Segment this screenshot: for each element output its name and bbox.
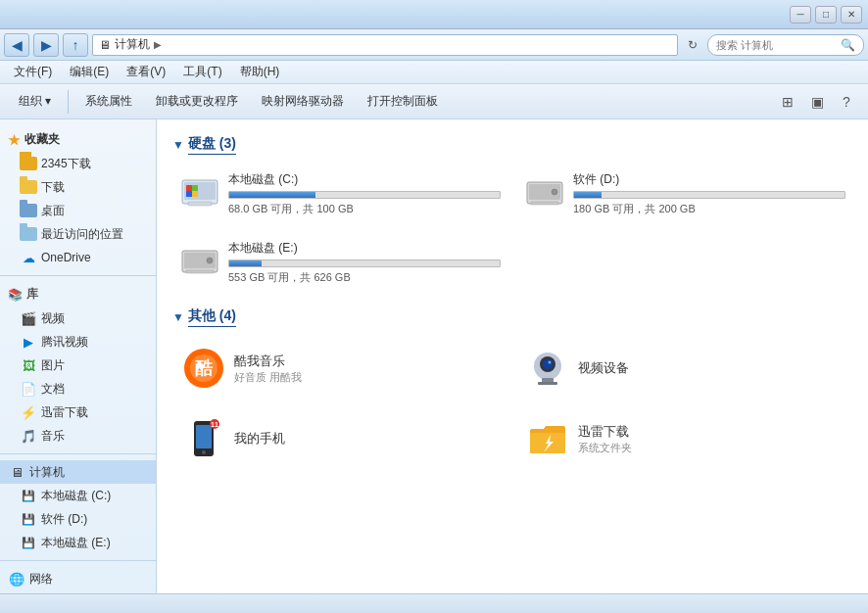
sidebar-item-e-label: 本地磁盘 (E:) xyxy=(41,535,111,551)
drive-d-item[interactable]: 软件 (D:) 180 GB 可用，共 200 GB xyxy=(517,165,852,223)
drive-e-stats: 553 GB 可用，共 626 GB xyxy=(228,270,501,285)
picture-icon: 🖼 xyxy=(20,356,37,374)
statusbar xyxy=(0,593,868,613)
svg-rect-3 xyxy=(192,185,198,191)
sidebar-item-c-drive[interactable]: 💾 本地磁盘 (C:) xyxy=(0,484,156,507)
breadcrumb-computer: 🖥 xyxy=(99,38,111,52)
sidebar-item-d-label: 软件 (D:) xyxy=(41,511,87,528)
address-field[interactable]: 🖥 计算机 ▶ xyxy=(92,34,678,56)
close-button[interactable]: ✕ xyxy=(841,6,862,24)
svg-rect-23 xyxy=(538,382,557,385)
sidebar-item-onedrive[interactable]: ☁ OneDrive xyxy=(0,246,156,269)
sidebar-item-music[interactable]: 🎵 音乐 xyxy=(0,424,156,448)
libraries-section: 📚 库 🎬 视频 ▶ 腾讯视频 🖼 图片 📄 文档 ⚡ 迅雷下载 xyxy=(0,282,156,448)
libraries-header[interactable]: 📚 库 xyxy=(0,282,156,306)
drive-c-stats: 68.0 GB 可用，共 100 GB xyxy=(228,202,501,216)
sidebar-item-pictures[interactable]: 🖼 图片 xyxy=(0,354,156,377)
thunder-item[interactable]: 迅雷下载 系统文件夹 xyxy=(516,407,852,470)
drive-c-icon-large xyxy=(179,171,220,212)
up-button[interactable]: ↑ xyxy=(63,33,88,57)
hard-disks-arrow[interactable]: ▼ xyxy=(172,138,184,152)
sidebar-item-2345download[interactable]: 2345下载 xyxy=(0,152,156,175)
favorites-header[interactable]: ★ 收藏夹 xyxy=(0,127,156,152)
organize-button[interactable]: 组织 ▾ xyxy=(8,88,62,115)
sidebar-item-d-drive[interactable]: 💾 软件 (D:) xyxy=(0,507,156,531)
addressbar: ◀ ▶ ↑ 🖥 计算机 ▶ ↻ 🔍 xyxy=(0,29,868,61)
menu-file[interactable]: 文件(F) xyxy=(6,62,60,82)
menu-edit[interactable]: 编辑(E) xyxy=(62,62,117,82)
others-arrow[interactable]: ▼ xyxy=(172,310,184,324)
computer-icon: 🖥 xyxy=(8,463,25,481)
search-box[interactable]: 🔍 xyxy=(707,34,864,56)
network-icon: 🌐 xyxy=(8,570,25,588)
svg-point-20 xyxy=(543,359,553,369)
thunder-folder-icon xyxy=(525,416,570,461)
sidebar-divider-2 xyxy=(0,453,156,454)
sidebar-item-tencent-video[interactable]: ▶ 腾讯视频 xyxy=(0,330,156,354)
svg-rect-10 xyxy=(531,202,558,205)
sidebar-item-documents[interactable]: 📄 文档 xyxy=(0,377,156,401)
menu-view[interactable]: 查看(V) xyxy=(119,62,173,82)
sidebar-item-desktop[interactable]: 桌面 xyxy=(0,199,156,222)
sidebar-item-e-drive[interactable]: 💾 本地磁盘 (E:) xyxy=(0,531,156,554)
pane-toggle-button[interactable]: ▣ xyxy=(803,88,831,116)
sidebar-item-network-label: 网络 xyxy=(29,571,53,588)
drive-e-item[interactable]: 本地磁盘 (E:) 553 GB 可用，共 626 GB xyxy=(172,233,507,292)
back-button[interactable]: ◀ xyxy=(4,33,29,57)
video-device-item[interactable]: 视频设备 xyxy=(516,337,852,400)
kuwo-music-item[interactable]: 酷 酷我音乐 好音质 用酷我 xyxy=(172,337,508,400)
svg-rect-25 xyxy=(196,425,212,448)
webcam-icon xyxy=(525,346,570,391)
sidebar-item-computer-label: 计算机 xyxy=(29,464,65,481)
recent-icon xyxy=(20,225,37,243)
sidebar-item-download[interactable]: 下载 xyxy=(0,175,156,199)
kuwo-desc: 好音质 用酷我 xyxy=(234,370,302,385)
favorites-section: ★ 收藏夹 2345下载 下载 xyxy=(0,127,156,269)
drive-c-item[interactable]: 本地磁盘 (C:) 68.0 GB 可用，共 100 GB xyxy=(172,165,507,223)
sidebar-item-network[interactable]: 🌐 网络 xyxy=(0,567,156,590)
sidebar-item-computer[interactable]: 🖥 计算机 xyxy=(0,460,156,484)
libraries-icon: 📚 xyxy=(8,288,23,302)
sidebar-item-thunder[interactable]: ⚡ 迅雷下载 xyxy=(0,401,156,424)
music-icon: 🎵 xyxy=(20,427,37,445)
sidebar-item-video[interactable]: 🎬 视频 xyxy=(0,306,156,330)
svg-text:酷: 酷 xyxy=(195,358,214,378)
window-controls: ─ □ ✕ xyxy=(790,6,862,24)
video-icon: 🎬 xyxy=(20,309,37,327)
my-phone-name: 我的手机 xyxy=(234,430,285,448)
libraries-label: 库 xyxy=(26,286,38,303)
map-drive-button[interactable]: 映射网络驱动器 xyxy=(251,88,355,115)
thunder-info: 迅雷下载 系统文件夹 xyxy=(578,423,632,455)
sidebar-item-pictures-label: 图片 xyxy=(41,357,65,374)
maximize-button[interactable]: □ xyxy=(815,6,837,24)
search-icon: 🔍 xyxy=(841,38,855,52)
view-toggle-button[interactable]: ⊞ xyxy=(774,88,801,116)
refresh-button[interactable]: ↻ xyxy=(682,34,703,56)
drive-c-icon: 💾 xyxy=(20,487,37,504)
sidebar-item-recent[interactable]: 最近访问的位置 xyxy=(0,222,156,246)
titlebar: ─ □ ✕ xyxy=(0,0,868,29)
kuwo-info: 酷我音乐 好音质 用酷我 xyxy=(234,353,302,385)
minimize-button[interactable]: ─ xyxy=(790,6,811,24)
computer-section: 🖥 计算机 💾 本地磁盘 (C:) 💾 软件 (D:) 💾 本地磁盘 (E:) xyxy=(0,460,156,554)
video-device-info: 视频设备 xyxy=(578,359,629,377)
address-dropdown-arrow[interactable]: ▶ xyxy=(154,39,162,50)
search-input[interactable] xyxy=(716,39,837,51)
thunder-desc: 系统文件夹 xyxy=(578,441,632,455)
my-phone-info: 我的手机 xyxy=(234,430,285,448)
system-properties-button[interactable]: 系统属性 xyxy=(74,88,143,115)
uninstall-button[interactable]: 卸载或更改程序 xyxy=(145,88,249,115)
tencent-icon: ▶ xyxy=(20,333,37,351)
sidebar: ★ 收藏夹 2345下载 下载 xyxy=(0,119,157,593)
menu-tools[interactable]: 工具(T) xyxy=(175,62,229,82)
menu-help[interactable]: 帮助(H) xyxy=(232,62,288,82)
control-panel-button[interactable]: 打开控制面板 xyxy=(357,88,449,115)
drive-c-bar-fill xyxy=(229,192,315,198)
onedrive-icon: ☁ xyxy=(20,249,37,266)
forward-button[interactable]: ▶ xyxy=(33,33,59,57)
help-button[interactable]: ? xyxy=(833,88,860,116)
toolbar-view-icons: ⊞ ▣ ? xyxy=(774,88,860,116)
thunder-icon: ⚡ xyxy=(20,403,37,421)
my-phone-item[interactable]: 11 我的手机 xyxy=(172,407,508,470)
svg-rect-5 xyxy=(192,191,198,197)
